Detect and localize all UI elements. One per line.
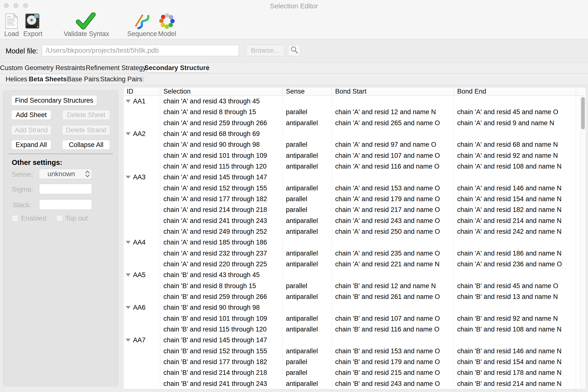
disclosure-triangle-icon[interactable] <box>126 274 130 276</box>
row-stub-cell <box>576 346 580 356</box>
disclosure-triangle-icon[interactable] <box>126 176 130 178</box>
row-selection-cell: chain 'A' and resid 185 through 186 <box>160 237 282 248</box>
model-file-label: Model file: <box>6 46 38 56</box>
table-row[interactable]: chain 'B' and resid 101 through 109antip… <box>124 313 580 324</box>
collapse-all-button[interactable]: Collapse All <box>62 140 110 150</box>
row-bond-end-cell: chain 'A' and resid 242 and name N <box>454 226 576 237</box>
disclosure-triangle-icon[interactable] <box>126 100 130 103</box>
table-row[interactable]: chain 'A' and resid 90 through 98paralle… <box>124 139 580 150</box>
row-id-cell <box>124 280 160 291</box>
table-row[interactable]: chain 'A' and resid 249 through 252antip… <box>124 226 580 237</box>
find-secondary-structures-button[interactable]: Find Secondary Structures <box>11 95 97 106</box>
row-selection-cell: chain 'A' and resid 8 through 15 <box>160 106 282 117</box>
table-row[interactable]: chain 'A' and resid 220 through 225antip… <box>124 259 580 270</box>
row-sense-cell: antiparallel <box>282 291 332 302</box>
tab-stacking-pairs[interactable]: Stacking Pairs <box>100 74 142 85</box>
disclosure-triangle-icon[interactable] <box>126 241 130 244</box>
table-row[interactable]: chain 'A' and resid 177 through 182paral… <box>124 194 580 204</box>
tab-secondary-structure[interactable]: Secondary Structure <box>146 64 208 72</box>
table-row[interactable]: chain 'A' and resid 152 through 155antip… <box>124 183 580 194</box>
enabled-checkbox[interactable] <box>12 215 18 222</box>
tab-base-pairs[interactable]: Base Pairs <box>68 74 98 85</box>
column-header-sense[interactable]: Sense <box>282 88 332 96</box>
row-stub-cell <box>576 106 580 117</box>
sense-label: Sense: <box>12 170 33 178</box>
model-button[interactable]: Model <box>158 12 176 38</box>
row-id-cell: AA3 <box>124 172 160 182</box>
sequence-button[interactable]: Sequence <box>127 12 157 38</box>
row-bond-start-cell: chain 'A' and resid 221 and name N <box>332 259 454 270</box>
row-sense-cell: antiparallel <box>282 313 332 324</box>
table-row[interactable]: AA6chain 'B' and resid 90 through 98 <box>124 302 580 313</box>
row-bond-end-cell: chain 'A' and resid 182 and name N <box>454 204 576 215</box>
row-selection-cell: chain 'B' and resid 8 through 15 <box>160 280 282 291</box>
row-bond-start-cell: chain 'A' and resid 250 and name O <box>332 226 454 237</box>
disclosure-triangle-icon[interactable] <box>126 338 130 342</box>
tab-refinement-strategy[interactable]: Refinement Strategy <box>87 63 144 73</box>
row-bond-start-cell: chain 'A' and resid 179 and name O <box>332 194 454 204</box>
tab-helices[interactable]: Helices <box>0 74 33 85</box>
row-sense-cell: antiparallel <box>282 226 332 237</box>
tab-beta-sheets[interactable]: Beta Sheets <box>29 74 67 84</box>
column-header-bond-end[interactable]: Bond End <box>454 88 576 96</box>
row-id-cell <box>124 183 160 194</box>
table-row[interactable]: chain 'B' and resid 241 through 243antip… <box>124 378 580 389</box>
validate-syntax-button[interactable]: Validate Syntax <box>64 12 108 38</box>
row-bond-end-cell <box>454 335 576 346</box>
row-bond-start-cell: chain 'A' and resid 116 and name O <box>332 161 454 172</box>
table-row[interactable]: chain 'B' and resid 8 through 15parallel… <box>124 280 580 291</box>
disclosure-triangle-icon[interactable] <box>126 132 130 135</box>
slack-input[interactable] <box>39 200 92 210</box>
export-button[interactable]: Export <box>23 12 42 38</box>
row-id-cell: AA6 <box>124 302 160 313</box>
search-button[interactable] <box>288 45 300 56</box>
row-selection-cell: chain 'B' and resid 115 through 120 <box>160 324 282 335</box>
row-bond-end-cell: chain 'A' and resid 45 and name O <box>454 106 576 117</box>
table-row[interactable]: chain 'A' and resid 259 through 266antip… <box>124 118 580 128</box>
tab-custom-geometry-restraints[interactable]: Custom Geometry Restraints <box>0 63 85 73</box>
table-row[interactable]: AA7chain 'B' and resid 145 through 147 <box>124 335 580 346</box>
add-sheet-button[interactable]: Add Sheet <box>11 110 51 120</box>
table-row[interactable]: AA1chain 'A' and resid 43 through 45 <box>124 96 580 106</box>
table-row[interactable]: chain 'A' and resid 101 through 109antip… <box>124 150 580 161</box>
table-row[interactable]: AA5chain 'B' and resid 43 through 45 <box>124 270 580 280</box>
load-button[interactable]: Load <box>2 12 20 38</box>
top-out-checkbox[interactable] <box>56 215 63 222</box>
scrollbar-thumb[interactable] <box>581 97 585 129</box>
row-id-cell <box>124 324 160 335</box>
toolbar: Load Export Validate Syntax <box>0 12 588 39</box>
table-row[interactable]: chain 'A' and resid 232 through 237antip… <box>124 248 580 259</box>
row-id-cell <box>124 378 160 389</box>
model-file-input[interactable]: /Users/bkpoon/projects/test/5h8k.pdb <box>42 45 239 56</box>
green-check-icon <box>64 12 108 30</box>
row-selection-cell: chain 'B' and resid 241 through 243 <box>160 378 282 389</box>
table-row[interactable]: chain 'A' and resid 241 through 243antip… <box>124 215 580 226</box>
row-stub-cell <box>576 248 580 259</box>
row-sense-cell <box>282 128 332 139</box>
vertical-scrollbar[interactable] <box>580 96 586 389</box>
row-stub-cell <box>576 161 580 172</box>
table-row[interactable]: AA3chain 'A' and resid 145 through 147 <box>124 172 580 182</box>
table-row[interactable]: AA2chain 'A' and resid 68 through 69 <box>124 128 580 139</box>
table-row[interactable]: chain 'B' and resid 177 through 182paral… <box>124 356 580 367</box>
sense-dropdown[interactable]: unknown <box>39 169 92 179</box>
row-id-cell <box>124 313 160 324</box>
row-id-cell <box>124 367 160 378</box>
table-row[interactable]: chain 'A' and resid 214 through 218paral… <box>124 204 580 215</box>
table-row[interactable]: chain 'A' and resid 115 through 120antip… <box>124 161 580 172</box>
table-row[interactable]: chain 'B' and resid 115 through 120antip… <box>124 324 580 335</box>
table-row[interactable]: AA4chain 'A' and resid 185 through 186 <box>124 237 580 248</box>
table-row[interactable]: chain 'B' and resid 259 through 266antip… <box>124 291 580 302</box>
table-row[interactable]: chain 'A' and resid 8 through 15parallel… <box>124 106 580 117</box>
column-header-id[interactable]: ID <box>124 88 160 96</box>
table-row[interactable]: chain 'B' and resid 152 through 155antip… <box>124 346 580 356</box>
table-row[interactable]: chain 'B' and resid 214 through 218paral… <box>124 367 580 378</box>
browse-button[interactable]: Browse... <box>246 45 284 56</box>
column-header-selection[interactable]: Selection <box>160 88 282 96</box>
row-bond-start-cell: chain 'B' and resid 261 and name O <box>332 291 454 302</box>
row-sense-cell <box>282 172 332 182</box>
expand-all-button[interactable]: Expand All <box>11 140 51 150</box>
disclosure-triangle-icon[interactable] <box>126 306 130 309</box>
sigma-input[interactable] <box>39 184 92 194</box>
column-header-bond-start[interactable]: Bond Start <box>332 88 454 96</box>
